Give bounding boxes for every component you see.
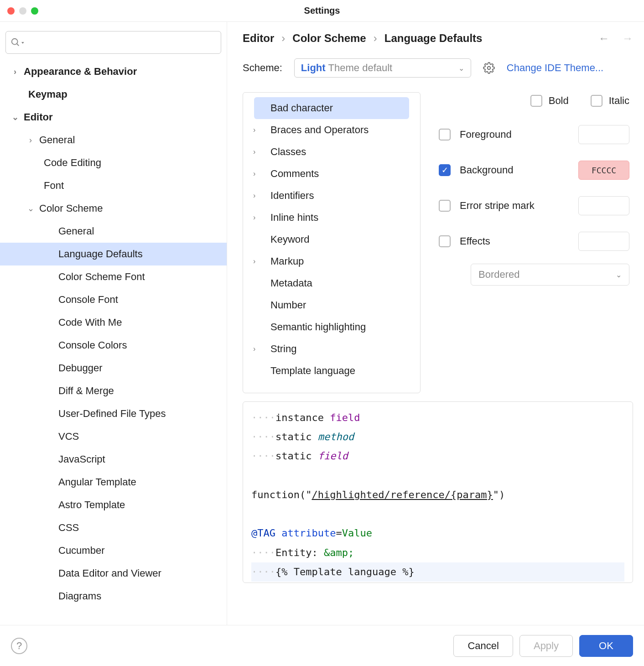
sidebar-item[interactable]: Code With Me <box>0 311 227 334</box>
sidebar-item[interactable]: ›Appearance & Behavior <box>0 60 227 83</box>
foreground-label: Foreground <box>460 129 512 140</box>
sidebar-item[interactable]: VCS <box>0 425 227 448</box>
bold-checkbox[interactable] <box>530 95 542 107</box>
italic-checkbox[interactable] <box>591 95 602 107</box>
element-tree-item[interactable]: Bad character <box>254 97 409 119</box>
attributes-panel: Bold Italic Foreground <box>439 92 633 393</box>
sidebar-item[interactable]: Code Editing <box>0 151 227 174</box>
sidebar-item[interactable]: Diagrams <box>0 585 227 608</box>
sidebar-item[interactable]: ⌄Editor <box>0 106 227 129</box>
element-tree-item[interactable]: ›Classes <box>243 141 420 163</box>
sidebar-item[interactable]: Language Defaults <box>0 243 227 265</box>
element-tree-item[interactable]: ›Markup <box>243 250 420 272</box>
background-label: Background <box>460 164 513 176</box>
sidebar-item-label: Angular Template <box>58 476 136 488</box>
sidebar-item[interactable]: Keymap <box>0 83 227 106</box>
sidebar-item-label: Appearance & Behavior <box>24 66 137 78</box>
sidebar-item[interactable]: Color Scheme Font <box>0 265 227 288</box>
error-stripe-checkbox[interactable] <box>439 200 451 212</box>
sidebar-item-label: Code With Me <box>58 317 122 328</box>
sidebar-item-label: Console Colors <box>58 339 127 351</box>
cancel-button[interactable]: Cancel <box>453 635 513 657</box>
element-tree-item-label: Number <box>270 299 306 311</box>
sidebar-item[interactable]: Console Colors <box>0 334 227 357</box>
svg-point-0 <box>12 39 18 45</box>
sidebar-item[interactable]: ›General <box>0 129 227 151</box>
change-ide-theme-link[interactable]: Change IDE Theme... <box>507 62 603 74</box>
help-button[interactable]: ? <box>11 638 27 654</box>
maximize-window-button[interactable] <box>31 7 38 15</box>
chevron-right-icon: › <box>253 213 270 222</box>
nav-back-button[interactable]: ← <box>598 32 609 45</box>
background-checkbox[interactable]: ✓ <box>439 164 451 176</box>
sidebar-item[interactable]: Cucumber <box>0 539 227 562</box>
sidebar-item-label: General <box>58 225 94 237</box>
element-tree-item[interactable]: ›Braces and Operators <box>243 119 420 141</box>
error-stripe-label: Error stripe mark <box>460 200 535 212</box>
sidebar-item[interactable]: Angular Template <box>0 471 227 494</box>
sidebar-item[interactable]: CSS <box>0 516 227 539</box>
sidebar-item[interactable]: Debugger <box>0 357 227 380</box>
nav-forward-button[interactable]: → <box>622 32 633 45</box>
error-stripe-color-swatch[interactable] <box>578 196 629 215</box>
effects-checkbox[interactable] <box>439 235 451 247</box>
background-color-swatch[interactable]: FCCCC <box>578 161 629 180</box>
apply-button[interactable]: Apply <box>519 635 573 657</box>
chevron-right-icon: › <box>22 135 39 145</box>
breadcrumb-editor[interactable]: Editor <box>243 32 274 45</box>
italic-label: Italic <box>609 95 629 107</box>
sidebar-item[interactable]: Diff & Merge <box>0 380 227 402</box>
element-tree-item[interactable]: ›String <box>243 338 420 360</box>
chevron-down-icon: ⌄ <box>616 271 622 279</box>
sidebar-item[interactable]: JavaScript <box>0 448 227 471</box>
sidebar-item[interactable]: Data Editor and Viewer <box>0 562 227 585</box>
scheme-select[interactable]: Light Theme default ⌄ <box>294 58 471 78</box>
sidebar-item-label: Language Defaults <box>58 248 143 260</box>
element-tree-item-label: Template language <box>270 365 355 377</box>
svg-line-1 <box>17 44 19 46</box>
foreground-color-swatch[interactable] <box>578 125 629 144</box>
sidebar-item[interactable]: Astro Template <box>0 494 227 516</box>
window-title: Settings <box>0 0 644 22</box>
breadcrumb: Editor › Color Scheme › Language Default… <box>243 32 482 45</box>
minimize-window-button[interactable] <box>19 7 26 15</box>
sidebar-item-label: CSS <box>58 522 79 534</box>
chevron-right-icon: › <box>281 32 285 45</box>
breadcrumb-color-scheme[interactable]: Color Scheme <box>292 32 366 45</box>
foreground-checkbox[interactable] <box>439 129 451 140</box>
effects-type-select[interactable]: Bordered ⌄ <box>471 264 629 286</box>
close-window-button[interactable] <box>7 7 15 15</box>
element-tree-item[interactable]: Metadata <box>243 272 420 294</box>
element-tree-item[interactable]: ›Identifiers <box>243 185 420 207</box>
effects-color-swatch[interactable] <box>578 232 629 251</box>
search-history-chevron-icon[interactable]: ▾ <box>21 40 24 45</box>
sidebar-item-label: Color Scheme <box>39 203 103 214</box>
element-tree-item-label: Inline hints <box>270 212 318 224</box>
sidebar-item[interactable]: Font <box>0 174 227 197</box>
search-icon <box>10 37 21 47</box>
element-tree-item-label: String <box>270 343 296 355</box>
sidebar-item-label: Color Scheme Font <box>58 271 145 283</box>
sidebar-item-label: User-Defined File Types <box>58 408 166 420</box>
element-tree-item[interactable]: Semantic highlighting <box>243 316 420 338</box>
element-tree-item[interactable]: ›Inline hints <box>243 207 420 229</box>
chevron-down-icon: ⌄ <box>6 112 24 122</box>
ok-button[interactable]: OK <box>579 635 633 657</box>
sidebar-item[interactable]: ⌄Color Scheme <box>0 197 227 220</box>
sidebar-item[interactable]: Console Font <box>0 288 227 311</box>
sidebar-item[interactable]: General <box>0 220 227 243</box>
sidebar-item[interactable]: User-Defined File Types <box>0 402 227 425</box>
element-tree-item[interactable]: Keyword <box>243 229 420 250</box>
sidebar-item-label: Code Editing <box>44 157 101 169</box>
sidebar-item-label: General <box>39 134 75 146</box>
element-tree-item[interactable]: ›Comments <box>243 163 420 185</box>
element-tree-item[interactable]: Number <box>243 294 420 316</box>
element-tree-item-label: Metadata <box>270 277 312 289</box>
sidebar-item-label: Data Editor and Viewer <box>58 567 161 579</box>
breadcrumb-language-defaults[interactable]: Language Defaults <box>384 32 483 45</box>
gear-icon[interactable] <box>483 62 495 74</box>
element-tree-item[interactable]: Template language <box>243 360 420 382</box>
element-tree-item-label: Bad character <box>270 102 333 114</box>
search-input[interactable]: ▾ <box>5 31 221 54</box>
chevron-right-icon: › <box>253 192 270 200</box>
